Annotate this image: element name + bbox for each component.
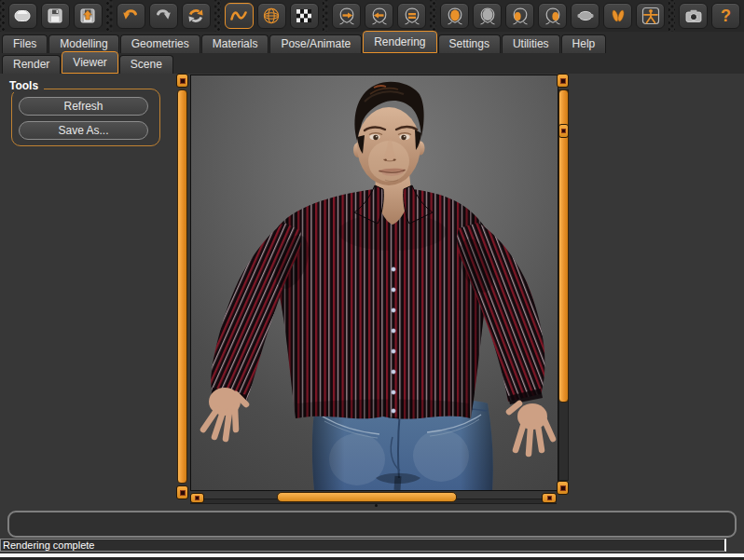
smooth-button[interactable] xyxy=(225,3,254,29)
left-view-icon xyxy=(510,6,530,26)
back-view-icon xyxy=(477,6,498,26)
tab-files[interactable]: Files xyxy=(2,34,48,53)
vertical-scrollbar-right-handle[interactable] xyxy=(558,124,569,138)
undo-icon xyxy=(120,6,141,26)
tab-rendering[interactable]: Rendering xyxy=(363,31,436,53)
new-button[interactable] xyxy=(8,3,37,29)
grab-canvas-icon xyxy=(683,6,704,26)
load-icon xyxy=(77,6,98,26)
render-progress-bar xyxy=(7,511,737,538)
feet-view-icon xyxy=(608,6,628,26)
refresh-button[interactable]: Refresh xyxy=(19,97,148,116)
tab-scene[interactable]: Scene xyxy=(119,55,173,74)
help-button[interactable]: ? xyxy=(711,3,740,29)
undo-button[interactable] xyxy=(117,3,145,29)
top-view-button[interactable] xyxy=(571,3,599,29)
rotate-left-icon xyxy=(369,6,390,26)
save-button[interactable] xyxy=(41,3,70,29)
tools-groupbox-title: Tools xyxy=(9,79,44,92)
reload-icon xyxy=(186,6,206,26)
frame-corner-top-right[interactable] xyxy=(557,74,569,88)
global-view-button[interactable] xyxy=(636,3,665,29)
help-icon: ? xyxy=(721,7,731,24)
back-view-button[interactable] xyxy=(473,3,502,29)
frame-corner-bottom-left[interactable] xyxy=(176,485,188,499)
view-group xyxy=(436,0,668,32)
front-view-button[interactable] xyxy=(440,3,469,29)
tab-render[interactable]: Render xyxy=(2,55,61,74)
reload-button[interactable] xyxy=(182,3,211,29)
horizontal-scrollbar-thumb[interactable] xyxy=(277,492,457,502)
frame-corner-top-left[interactable] xyxy=(176,74,188,88)
right-view-button[interactable] xyxy=(538,3,567,29)
main-toolbar: ? xyxy=(0,0,744,32)
tab-settings[interactable]: Settings xyxy=(438,34,501,53)
vertical-scrollbar-left[interactable] xyxy=(177,89,187,484)
status-text: Rendering complete xyxy=(3,540,94,551)
front-view-icon xyxy=(445,6,465,26)
global-view-icon xyxy=(641,6,661,26)
display-group xyxy=(221,0,323,32)
frame-corner-bottom-right[interactable] xyxy=(557,481,569,495)
render-image xyxy=(191,75,558,490)
tab-pose-animate[interactable]: Pose/Animate xyxy=(269,34,362,53)
save-as-button[interactable]: Save As... xyxy=(19,121,148,140)
save-icon xyxy=(45,6,65,26)
tab-geometries[interactable]: Geometries xyxy=(120,34,200,53)
tab-modelling[interactable]: Modelling xyxy=(48,34,118,53)
redo-button[interactable] xyxy=(149,3,178,29)
smooth-icon xyxy=(228,6,249,26)
misc-group: ? xyxy=(675,0,744,32)
file-group xyxy=(5,0,106,32)
sub-tab-bar: Render Viewer Scene xyxy=(0,53,744,74)
top-view-icon xyxy=(575,6,596,26)
tab-materials[interactable]: Materials xyxy=(201,34,269,53)
undo-group xyxy=(113,0,214,32)
horizontal-scrollbar-left-handle[interactable] xyxy=(190,493,204,503)
reset-view-icon xyxy=(402,6,422,26)
rotate-right-button[interactable] xyxy=(332,3,361,29)
frame-center-marker xyxy=(375,504,378,507)
rotate-right-icon xyxy=(337,6,357,26)
background-checker-button[interactable] xyxy=(290,3,319,29)
wireframe-button[interactable] xyxy=(257,3,286,29)
load-button[interactable] xyxy=(74,3,103,29)
right-view-icon xyxy=(543,6,563,26)
reset-view-button[interactable] xyxy=(397,3,426,29)
new-icon xyxy=(12,6,33,26)
application-window: ? Files Modelling Geometries Materials P… xyxy=(0,0,744,560)
tab-utilities[interactable]: Utilities xyxy=(502,34,560,53)
feet-view-button[interactable] xyxy=(603,3,632,29)
rotate-left-button[interactable] xyxy=(365,3,393,29)
tab-help[interactable]: Help xyxy=(561,34,607,53)
background-checker-icon xyxy=(294,6,314,26)
wireframe-icon xyxy=(261,6,282,26)
grab-canvas-button[interactable] xyxy=(679,3,708,29)
tab-viewer[interactable]: Viewer xyxy=(62,51,117,74)
left-view-button[interactable] xyxy=(505,3,534,29)
main-tab-bar: Files Modelling Geometries Materials Pos… xyxy=(0,32,744,53)
rotate-group xyxy=(328,0,430,32)
redo-icon xyxy=(153,6,173,26)
status-bar: Rendering complete xyxy=(0,539,726,552)
render-viewport[interactable] xyxy=(190,75,558,491)
horizontal-scrollbar-right-handle[interactable] xyxy=(542,493,557,503)
shirt-torso xyxy=(269,189,493,419)
